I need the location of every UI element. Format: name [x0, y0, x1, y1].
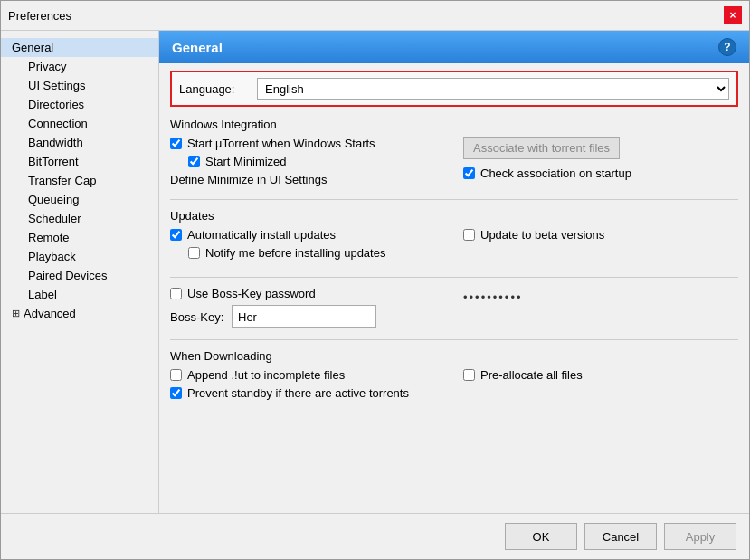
use-boss-key-label: Use Boss-Key password: [187, 287, 316, 300]
boss-key-input[interactable]: [232, 305, 376, 328]
start-utorrent-label: Start µTorrent when Windows Starts: [187, 137, 375, 150]
notify-before-checkbox[interactable]: [188, 247, 200, 259]
start-utorrent-row: Start µTorrent when Windows Starts: [170, 137, 445, 150]
check-association-row: Check association on startup: [463, 166, 738, 180]
boss-key-cols: Use Boss-Key password Boss-Key: ••••••••…: [170, 287, 738, 328]
footer: OK Cancel Apply: [1, 513, 749, 559]
sidebar-item-directories[interactable]: Directories: [1, 95, 158, 114]
auto-install-label: Automatically install updates: [187, 228, 336, 242]
updates-cols: Automatically install updates Notify me …: [170, 228, 738, 264]
start-minimized-checkbox[interactable]: [188, 156, 200, 167]
append-lut-row: Append .!ut to incomplete files: [170, 368, 445, 382]
section-header: General ?: [159, 31, 749, 63]
apply-button[interactable]: Apply: [664, 523, 736, 550]
sidebar-item-bittorrent[interactable]: BitTorrent: [1, 152, 158, 171]
notify-before-row: Notify me before installing updates: [170, 246, 445, 260]
updates-title: Updates: [170, 209, 738, 223]
updates-group: Updates Automatically install updates No…: [170, 209, 738, 264]
prevent-standby-row: Prevent standby if there are active torr…: [170, 386, 445, 400]
divider-2: [170, 277, 738, 278]
windows-integration-right: Associate with torrent files Check assoc…: [463, 137, 738, 185]
close-button[interactable]: ×: [724, 6, 742, 24]
windows-integration-title: Windows Integration: [170, 118, 738, 131]
sidebar-item-ui-settings[interactable]: UI Settings: [1, 76, 158, 95]
updates-left: Automatically install updates Notify me …: [170, 228, 445, 264]
sidebar-item-bandwidth[interactable]: Bandwidth: [1, 133, 158, 152]
use-boss-key-row: Use Boss-Key password: [170, 287, 445, 300]
start-minimized-label: Start Minimized: [205, 155, 287, 168]
sidebar-item-advanced[interactable]: ⊞ Advanced: [1, 304, 158, 323]
sidebar-item-paired-devices[interactable]: Paired Devices: [1, 266, 158, 285]
divider-3: [170, 339, 738, 340]
check-association-label: Check association on startup: [480, 166, 631, 180]
when-downloading-title: When Downloading: [170, 349, 738, 363]
windows-integration-group: Windows Integration Start µTorrent when …: [170, 118, 738, 186]
main-content: General ? Language: English French Germa…: [159, 31, 749, 513]
prevent-standby-label: Prevent standby if there are active torr…: [187, 386, 409, 400]
start-utorrent-checkbox[interactable]: [170, 138, 182, 149]
beta-versions-checkbox[interactable]: [463, 229, 475, 241]
preferences-dialog: Preferences × General Privacy UI Setting…: [0, 0, 750, 560]
updates-right: Update to beta versions: [463, 228, 738, 246]
pre-allocate-label: Pre-allocate all files: [480, 368, 583, 382]
sidebar-item-label[interactable]: Label: [1, 285, 158, 304]
when-downloading-left: Append .!ut to incomplete files Prevent …: [170, 368, 445, 404]
notify-before-label: Notify me before installing updates: [205, 246, 385, 260]
sidebar: General Privacy UI Settings Directories …: [1, 31, 159, 513]
sidebar-item-scheduler[interactable]: Scheduler: [1, 209, 158, 228]
sidebar-item-privacy[interactable]: Privacy: [1, 57, 158, 76]
append-lut-checkbox[interactable]: [170, 369, 182, 381]
dialog-title: Preferences: [8, 9, 71, 23]
cancel-button[interactable]: Cancel: [584, 523, 657, 550]
ok-button[interactable]: OK: [505, 523, 577, 550]
when-downloading-cols: Append .!ut to incomplete files Prevent …: [170, 368, 738, 404]
divider-1: [170, 199, 738, 200]
boss-key-section: Use Boss-Key password Boss-Key: ••••••••…: [170, 287, 738, 328]
pre-allocate-checkbox[interactable]: [463, 369, 475, 381]
associate-button[interactable]: Associate with torrent files: [463, 137, 620, 159]
sidebar-item-general[interactable]: General: [1, 38, 158, 57]
beta-versions-row: Update to beta versions: [463, 228, 738, 242]
when-downloading-group: When Downloading Append .!ut to incomple…: [170, 349, 738, 404]
when-downloading-right: Pre-allocate all files: [463, 368, 738, 386]
windows-integration-left: Start µTorrent when Windows Starts Start…: [170, 137, 445, 186]
sidebar-item-queueing[interactable]: Queueing: [1, 190, 158, 209]
sidebar-item-remote[interactable]: Remote: [1, 228, 158, 247]
language-select[interactable]: English French German Spanish Chinese Ja…: [257, 78, 729, 100]
check-association-checkbox[interactable]: [463, 167, 475, 179]
dialog-body: General Privacy UI Settings Directories …: [1, 31, 749, 513]
boss-key-left: Use Boss-Key password Boss-Key:: [170, 287, 445, 328]
password-dots: ••••••••••: [463, 290, 523, 304]
help-button[interactable]: ?: [718, 38, 736, 56]
boss-key-right: ••••••••••: [463, 287, 738, 304]
auto-install-checkbox[interactable]: [170, 229, 182, 241]
start-minimized-row: Start Minimized: [170, 155, 445, 168]
beta-versions-label: Update to beta versions: [480, 228, 604, 242]
sidebar-item-transfer-cap[interactable]: Transfer Cap: [1, 171, 158, 190]
boss-key-field-label: Boss-Key:: [170, 310, 224, 324]
language-row: Language: English French German Spanish …: [170, 71, 738, 107]
sidebar-item-connection[interactable]: Connection: [1, 114, 158, 133]
pre-allocate-row: Pre-allocate all files: [463, 368, 738, 382]
title-bar: Preferences ×: [1, 1, 749, 31]
boss-key-input-row: Boss-Key:: [170, 305, 445, 328]
section-title: General: [172, 40, 223, 55]
append-lut-label: Append .!ut to incomplete files: [187, 368, 345, 382]
prevent-standby-checkbox[interactable]: [170, 387, 182, 399]
content-area: Language: English French German Spanish …: [159, 63, 749, 513]
expand-icon: ⊞: [12, 308, 20, 319]
language-label: Language:: [179, 82, 242, 96]
windows-integration-cols: Start µTorrent when Windows Starts Start…: [170, 137, 738, 186]
sidebar-item-playback[interactable]: Playback: [1, 247, 158, 266]
auto-install-row: Automatically install updates: [170, 228, 445, 242]
use-boss-key-checkbox[interactable]: [170, 288, 182, 299]
define-minimize-text: Define Minimize in UI Settings: [170, 173, 445, 186]
